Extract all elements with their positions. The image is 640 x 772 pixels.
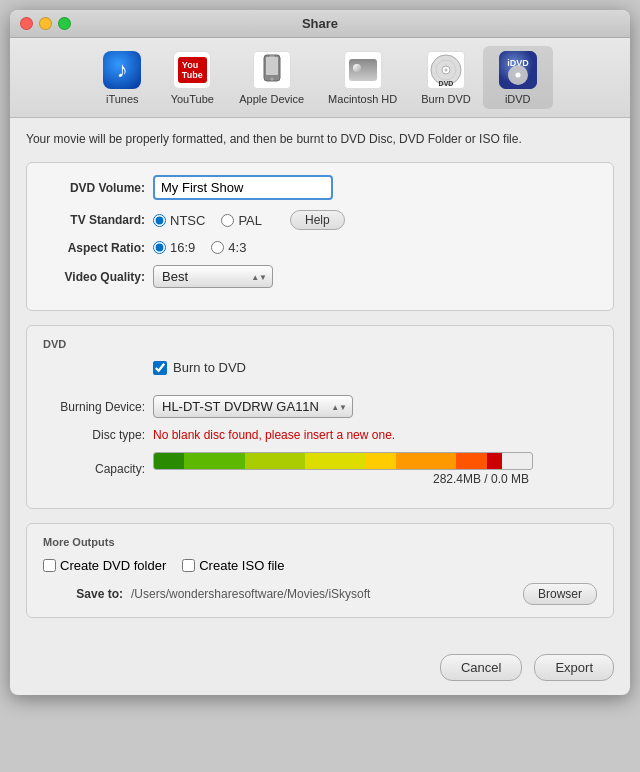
toolbar-item-burn-dvd[interactable]: DVD Burn DVD: [409, 46, 483, 109]
macintosh-hd-icon: [343, 50, 383, 90]
burning-device-row: Burning Device: HL-DT-ST DVDRW GA11N: [43, 395, 597, 418]
maximize-button[interactable]: [58, 17, 71, 30]
toolbar-label-idvd: iDVD: [505, 93, 531, 105]
minimize-button[interactable]: [39, 17, 52, 30]
aspect-ratio-row: Aspect Ratio: 16:9 4:3: [43, 240, 597, 255]
save-to-row: Save to: /Users/wondersharesoftware/Movi…: [43, 583, 597, 605]
titlebar: Share: [10, 10, 630, 38]
radio-pal[interactable]: PAL: [221, 213, 262, 228]
more-outputs-checkboxes: Create DVD folder Create ISO file: [43, 558, 597, 573]
more-outputs-title: More Outputs: [43, 536, 597, 548]
radio-ntsc[interactable]: NTSC: [153, 213, 205, 228]
save-to-label: Save to:: [43, 587, 123, 601]
dvd-volume-row: DVD Volume:: [43, 175, 597, 200]
capacity-bar-wrapper: 282.4MB / 0.0 MB: [153, 452, 533, 486]
pal-label: PAL: [238, 213, 262, 228]
tv-standard-label: TV Standard:: [43, 213, 153, 227]
cap-seg-2: [184, 453, 214, 469]
aspect-ratio-label: Aspect Ratio:: [43, 241, 153, 255]
video-quality-wrapper: Best High Medium Low: [153, 265, 273, 288]
content-area: Your movie will be properly formatted, a…: [10, 118, 630, 644]
dvd-volume-label: DVD Volume:: [43, 181, 153, 195]
toolbar-label-youtube: YouTube: [171, 93, 214, 105]
dvd-section: DVD Burn to DVD Burning Device: HL-DT-ST…: [26, 325, 614, 509]
capacity-bar: [153, 452, 533, 470]
toolbar-label-apple-device: Apple Device: [239, 93, 304, 105]
video-quality-select[interactable]: Best High Medium Low: [153, 265, 273, 288]
toolbar-item-idvd[interactable]: iDVD iDVD: [483, 46, 553, 109]
disc-type-label: Disc type:: [43, 428, 153, 442]
svg-point-7: [444, 69, 447, 72]
traffic-lights: [20, 17, 71, 30]
burn-dvd-icon: DVD: [426, 50, 466, 90]
cap-seg-12: [487, 453, 502, 469]
cap-seg-6: [305, 453, 335, 469]
cap-seg-3: [214, 453, 244, 469]
cap-seg-8: [366, 453, 396, 469]
idvd-icon: iDVD: [498, 50, 538, 90]
share-window: Share iTunes YouTube YouTube: [10, 10, 630, 695]
cap-seg-5: [275, 453, 305, 469]
cap-seg-4: [245, 453, 275, 469]
radio-43[interactable]: 4:3: [211, 240, 246, 255]
toolbar-item-itunes[interactable]: iTunes: [87, 46, 157, 109]
svg-point-2: [270, 78, 273, 81]
radio-169[interactable]: 16:9: [153, 240, 195, 255]
burning-device-select[interactable]: HL-DT-ST DVDRW GA11N: [153, 395, 353, 418]
cap-seg-11: [456, 453, 486, 469]
cancel-button[interactable]: Cancel: [440, 654, 522, 681]
burning-device-wrapper: HL-DT-ST DVDRW GA11N: [153, 395, 353, 418]
dvd-settings-box: DVD Volume: TV Standard: NTSC PAL Help: [26, 162, 614, 311]
description-text: Your movie will be properly formatted, a…: [26, 130, 614, 148]
capacity-label: Capacity:: [43, 462, 153, 476]
disc-type-error: No blank disc found, please insert a new…: [153, 428, 395, 442]
create-dvd-folder-checkbox-label[interactable]: Create DVD folder: [43, 558, 166, 573]
cap-seg-7: [335, 453, 365, 469]
create-iso-checkbox-label[interactable]: Create ISO file: [182, 558, 284, 573]
burn-to-dvd-row: Burn to DVD: [43, 360, 597, 385]
video-quality-label: Video Quality:: [43, 270, 153, 284]
aspect-ratio-group: 16:9 4:3: [153, 240, 246, 255]
more-outputs-section: More Outputs Create DVD folder Create IS…: [26, 523, 614, 618]
tv-standard-group: NTSC PAL Help: [153, 210, 345, 230]
burning-device-label: Burning Device:: [43, 400, 153, 414]
dvd-volume-input[interactable]: [153, 175, 333, 200]
create-dvd-folder-label: Create DVD folder: [60, 558, 166, 573]
export-button[interactable]: Export: [534, 654, 614, 681]
cap-seg-10: [426, 453, 456, 469]
help-button[interactable]: Help: [290, 210, 345, 230]
capacity-row: Capacity:: [43, 452, 597, 486]
itunes-icon: [102, 50, 142, 90]
toolbar-item-macintosh-hd[interactable]: Macintosh HD: [316, 46, 409, 109]
svg-rect-1: [266, 57, 278, 75]
create-iso-checkbox[interactable]: [182, 559, 195, 572]
toolbar-label-macintosh-hd: Macintosh HD: [328, 93, 397, 105]
burn-to-dvd-label: Burn to DVD: [173, 360, 246, 375]
ntsc-label: NTSC: [170, 213, 205, 228]
browser-button[interactable]: Browser: [523, 583, 597, 605]
tv-standard-row: TV Standard: NTSC PAL Help: [43, 210, 597, 230]
burn-to-dvd-checkbox[interactable]: [153, 361, 167, 375]
create-iso-label: Create ISO file: [199, 558, 284, 573]
save-to-path: /Users/wondersharesoftware/Movies/iSkyso…: [131, 587, 515, 601]
cap-seg-9: [396, 453, 426, 469]
toolbar-label-burn-dvd: Burn DVD: [421, 93, 471, 105]
toolbar: iTunes YouTube YouTube: [10, 38, 630, 118]
capacity-numbers: 282.4MB / 0.0 MB: [153, 472, 533, 486]
svg-text:DVD: DVD: [439, 80, 454, 87]
dvd-section-title: DVD: [43, 338, 597, 350]
create-dvd-folder-checkbox[interactable]: [43, 559, 56, 572]
window-title: Share: [302, 16, 338, 31]
svg-rect-3: [269, 56, 275, 58]
close-button[interactable]: [20, 17, 33, 30]
disc-type-row: Disc type: No blank disc found, please i…: [43, 428, 597, 442]
ratio-43-label: 4:3: [228, 240, 246, 255]
cap-seg-1: [154, 453, 184, 469]
youtube-icon: YouTube: [172, 50, 212, 90]
bottom-bar: Cancel Export: [10, 644, 630, 695]
ratio-169-label: 16:9: [170, 240, 195, 255]
toolbar-item-apple-device[interactable]: Apple Device: [227, 46, 316, 109]
apple-device-icon: [252, 50, 292, 90]
toolbar-item-youtube[interactable]: YouTube YouTube: [157, 46, 227, 109]
toolbar-label-itunes: iTunes: [106, 93, 139, 105]
